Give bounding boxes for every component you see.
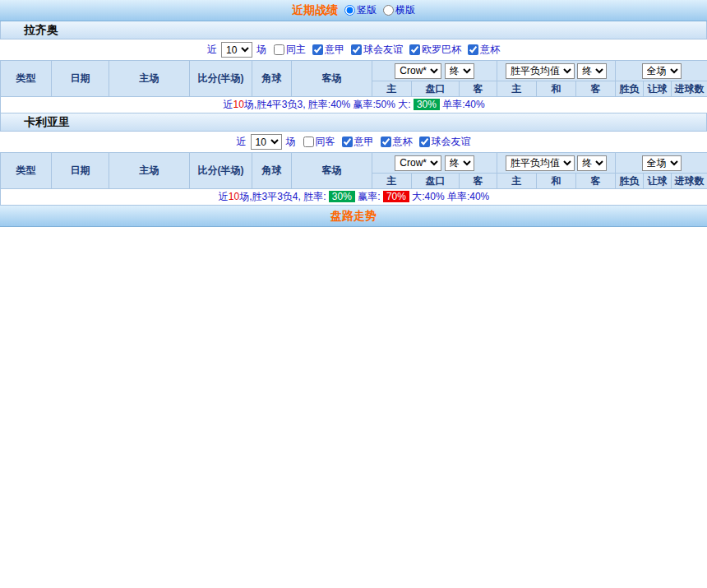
- radio-label: 横版: [395, 3, 415, 17]
- checkbox-input[interactable]: [274, 44, 284, 55]
- checkbox-input[interactable]: [419, 137, 430, 147]
- col-home: 主场: [109, 153, 190, 189]
- col-type: 类型: [1, 153, 52, 189]
- filter-bar: 近 10 场 同主意甲球会友谊欧罗巴杯意杯: [0, 39, 707, 60]
- europe-time-select[interactable]: 终: [577, 155, 607, 171]
- rounds-suffix: 场: [286, 135, 296, 149]
- col-away: 客场: [292, 61, 372, 97]
- radio-input[interactable]: [383, 5, 394, 16]
- checkbox-input[interactable]: [312, 44, 323, 55]
- results-table: 类型 日期 主场 比分(半场) 角球 客场 Crow* 终 胜平负均值 终: [0, 152, 707, 206]
- checkbox-input[interactable]: [342, 137, 353, 147]
- subcol-handicap-home: 主: [372, 81, 412, 97]
- col-home: 主场: [109, 61, 190, 97]
- summary-segment: 10: [233, 99, 243, 110]
- checkbox-input[interactable]: [468, 44, 478, 55]
- scope-header: 全场: [616, 61, 707, 81]
- summary-row: 近10场,胜4平3负3, 胜率:40% 赢率:50% 大: 30% 单率:40%: [1, 97, 707, 113]
- odds-time-select[interactable]: 终: [445, 63, 474, 79]
- page: 近期战绩 竖版 横版 拉齐奥 近 10 场 同主意甲球会友谊欧罗巴杯意杯: [0, 0, 707, 227]
- checkbox-input[interactable]: [381, 137, 391, 147]
- subcol-goals: 进球数: [672, 174, 707, 189]
- league-filter-checkbox[interactable]: 球会友谊: [351, 43, 403, 57]
- summary-segment: 场,胜3平3负4, 胜率:: [239, 191, 329, 202]
- subcol-home-win: 主: [497, 81, 537, 97]
- col-score: 比分(半场): [190, 61, 252, 97]
- subcol-result: 胜负: [616, 174, 644, 189]
- summary-segment: 70%: [383, 191, 409, 202]
- checkbox-label: 同客: [316, 135, 335, 149]
- checkbox-label: 球会友谊: [432, 135, 471, 149]
- summary-segment: 场,胜4平3负3, 胜率:40% 赢率:50% 大:: [244, 99, 414, 110]
- odds-company-select[interactable]: Crow*: [395, 155, 441, 171]
- checkbox-input[interactable]: [303, 137, 314, 147]
- next-section-title-bar: 盘路走势: [0, 206, 707, 227]
- subcol-handicap-result: 让球: [644, 174, 672, 189]
- subcol-handicap-away: 客: [460, 174, 497, 189]
- rounds-select[interactable]: 10: [221, 42, 252, 58]
- team-section: 拉齐奥 近 10 场 同主意甲球会友谊欧罗巴杯意杯 类型 日期 主场 比分(半场…: [0, 21, 707, 113]
- col-date: 日期: [52, 61, 109, 97]
- team-name: 拉齐奥: [0, 21, 707, 39]
- col-score: 比分(半场): [190, 153, 252, 189]
- page-title: 近期战绩: [292, 3, 338, 18]
- league-filter-checkbox[interactable]: 意甲: [312, 43, 344, 57]
- checkbox-label: 意杯: [480, 43, 500, 57]
- summary-segment: 赢率:: [355, 191, 383, 202]
- filter-bar: 近 10 场 同客意甲意杯球会友谊: [0, 132, 707, 152]
- layout-horizontal-radio[interactable]: 横版: [383, 3, 415, 17]
- summary-segment: 单率:40%: [440, 99, 485, 110]
- league-filter-checkbox[interactable]: 同客: [303, 135, 335, 149]
- subcol-handicap-line: 盘口: [412, 174, 460, 189]
- summary-segment: 10: [229, 191, 239, 202]
- europe-odds-select[interactable]: 胜平负均值: [506, 155, 575, 171]
- league-filter-checkbox[interactable]: 意杯: [468, 43, 500, 57]
- league-filters: 同客意甲意杯球会友谊: [303, 135, 471, 149]
- summary-segment: 30%: [329, 191, 355, 202]
- scope-select[interactable]: 全场: [642, 63, 682, 79]
- recent-results-title-bar: 近期战绩 竖版 横版: [0, 0, 707, 21]
- col-corner: 角球: [252, 61, 292, 97]
- odds-time-select[interactable]: 终: [445, 155, 474, 171]
- subcol-away-win: 客: [576, 174, 616, 189]
- rounds-select[interactable]: 10: [251, 134, 282, 150]
- europe-time-select[interactable]: 终: [577, 63, 607, 79]
- subcol-away-win: 客: [576, 81, 616, 97]
- scope-select[interactable]: 全场: [642, 155, 682, 171]
- scope-header: 全场: [616, 153, 707, 174]
- league-filter-checkbox[interactable]: 意甲: [342, 135, 374, 149]
- league-filters: 同主意甲球会友谊欧罗巴杯意杯: [274, 43, 500, 57]
- europe-odds-header: 胜平负均值 终: [497, 61, 616, 81]
- checkbox-label: 球会友谊: [363, 43, 403, 57]
- league-filter-checkbox[interactable]: 同主: [274, 43, 306, 57]
- subcol-handicap-result: 让球: [644, 81, 672, 97]
- europe-odds-header: 胜平负均值 终: [497, 153, 616, 174]
- summary-segment: 大:40% 单率:40%: [409, 191, 489, 202]
- league-filter-checkbox[interactable]: 球会友谊: [419, 135, 471, 149]
- results-table: 类型 日期 主场 比分(半场) 角球 客场 Crow* 终 胜平负均值 终: [0, 60, 707, 113]
- subcol-draw: 和: [537, 81, 576, 97]
- league-filter-checkbox[interactable]: 意杯: [381, 135, 413, 149]
- subcol-draw: 和: [537, 174, 576, 189]
- subcol-home-win: 主: [497, 174, 537, 189]
- near-label: 近: [237, 135, 247, 149]
- checkbox-label: 意甲: [325, 43, 344, 57]
- europe-odds-select[interactable]: 胜平负均值: [506, 63, 575, 79]
- summary-segment: 近: [219, 191, 229, 202]
- next-section-title: 盘路走势: [330, 209, 377, 224]
- checkbox-input[interactable]: [351, 44, 362, 55]
- near-label: 近: [207, 43, 217, 57]
- checkbox-input[interactable]: [409, 44, 420, 55]
- checkbox-label: 欧罗巴杯: [422, 43, 461, 57]
- summary-segment: 近: [223, 99, 233, 110]
- summary-segment: 30%: [414, 99, 440, 110]
- subcol-handicap-line: 盘口: [412, 81, 460, 97]
- layout-vertical-radio[interactable]: 竖版: [344, 3, 377, 17]
- radio-input[interactable]: [344, 5, 355, 16]
- team-section: 卡利亚里 近 10 场 同客意甲意杯球会友谊 类型 日期 主场 比分(半场) 角…: [0, 113, 707, 206]
- col-away: 客场: [292, 153, 372, 189]
- league-filter-checkbox[interactable]: 欧罗巴杯: [409, 43, 461, 57]
- team-name: 卡利亚里: [0, 113, 707, 132]
- odds-company-select[interactable]: Crow*: [395, 63, 441, 79]
- subcol-handicap-away: 客: [460, 81, 497, 97]
